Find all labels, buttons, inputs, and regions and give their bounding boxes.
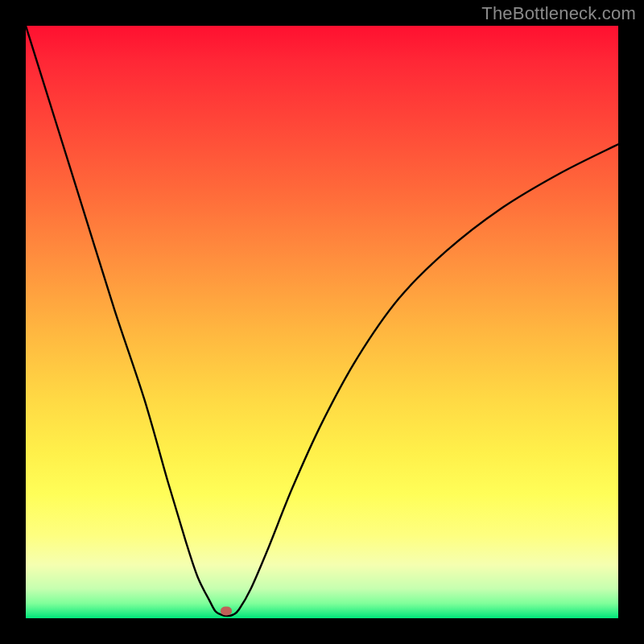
watermark-text: TheBottleneck.com [481,3,636,24]
optimal-point-marker [221,607,232,616]
bottleneck-curve [26,26,618,618]
plot-area [26,26,618,618]
chart-frame: TheBottleneck.com [0,0,644,644]
